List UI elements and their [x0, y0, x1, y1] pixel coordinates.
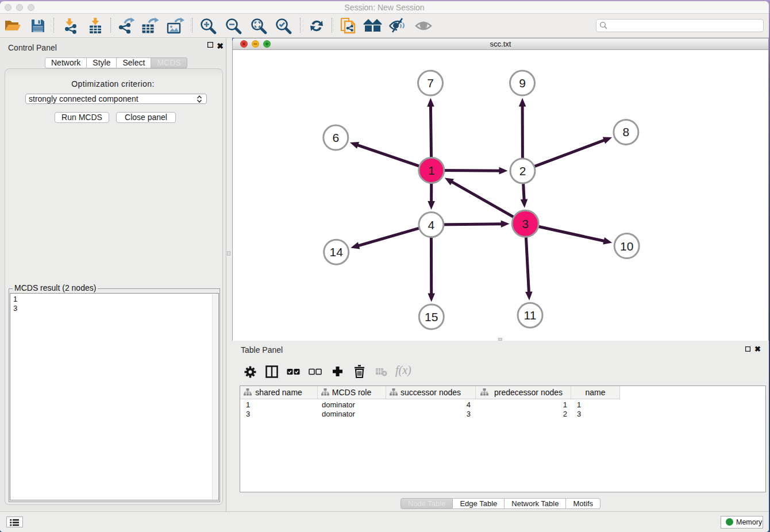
svg-text:4: 4 — [428, 218, 435, 232]
svg-text:8: 8 — [623, 125, 630, 138]
svg-text:10: 10 — [620, 240, 633, 253]
svg-text:1: 1 — [428, 164, 435, 177]
svg-text:7: 7 — [427, 76, 434, 90]
svg-text:11: 11 — [524, 309, 537, 322]
svg-text:9: 9 — [519, 76, 526, 90]
svg-text:2: 2 — [519, 164, 526, 178]
svg-text:6: 6 — [332, 131, 339, 144]
svg-text:14: 14 — [330, 245, 344, 259]
svg-text:15: 15 — [425, 310, 438, 323]
svg-text:3: 3 — [522, 217, 529, 230]
